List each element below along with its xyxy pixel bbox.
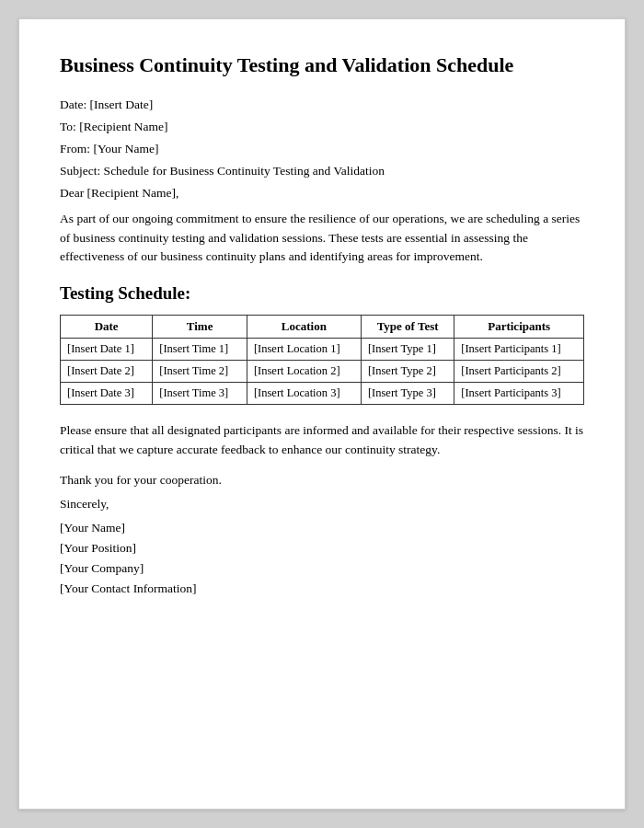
schedule-table: Date Time Location Type of Test Particip…	[60, 315, 584, 405]
to-line: To: [Recipient Name]	[60, 120, 584, 134]
cell-r0-c4: [Insert Participants 1]	[454, 339, 584, 361]
cell-r1-c2: [Insert Location 2]	[247, 361, 361, 383]
sig-contact: [Your Contact Information]	[60, 581, 584, 596]
cell-r0-c3: [Insert Type 1]	[361, 339, 454, 361]
table-header-row: Date Time Location Type of Test Particip…	[61, 316, 584, 339]
cell-r1-c0: [Insert Date 2]	[61, 361, 153, 383]
document-page: Business Continuity Testing and Validati…	[18, 18, 626, 810]
col-header-participants: Participants	[454, 316, 584, 339]
date-line: Date: [Insert Date]	[60, 98, 584, 112]
cell-r1-c1: [Insert Time 2]	[153, 361, 247, 383]
cell-r2-c0: [Insert Date 3]	[61, 383, 153, 405]
cell-r0-c2: [Insert Location 1]	[247, 339, 361, 361]
cell-r2-c2: [Insert Location 3]	[247, 383, 361, 405]
col-header-type: Type of Test	[361, 316, 454, 339]
cell-r1-c4: [Insert Participants 2]	[454, 361, 584, 383]
from-line: From: [Your Name]	[60, 142, 584, 156]
col-header-time: Time	[153, 316, 247, 339]
thank-you: Thank you for your cooperation.	[60, 473, 584, 488]
cell-r0-c1: [Insert Time 1]	[153, 339, 247, 361]
section-title: Testing Schedule:	[60, 283, 584, 304]
body-paragraph: As part of our ongoing commitment to ens…	[60, 210, 584, 268]
cell-r2-c1: [Insert Time 3]	[153, 383, 247, 405]
table-row: [Insert Date 2][Insert Time 2][Insert Lo…	[61, 361, 584, 383]
table-row: [Insert Date 3][Insert Time 3][Insert Lo…	[61, 383, 584, 405]
cell-r0-c0: [Insert Date 1]	[61, 339, 153, 361]
closing-paragraph: Please ensure that all designated partic…	[60, 421, 584, 460]
cell-r2-c3: [Insert Type 3]	[361, 383, 454, 405]
cell-r1-c3: [Insert Type 2]	[361, 361, 454, 383]
col-header-location: Location	[247, 316, 361, 339]
subject-line: Subject: Schedule for Business Continuit…	[60, 164, 584, 178]
sig-name: [Your Name]	[60, 521, 584, 535]
col-header-date: Date	[61, 316, 153, 339]
sincerely: Sincerely,	[60, 497, 584, 512]
sig-position: [Your Position]	[60, 541, 584, 556]
salutation: Dear [Recipient Name],	[60, 186, 584, 201]
table-row: [Insert Date 1][Insert Time 1][Insert Lo…	[61, 339, 584, 361]
document-title: Business Continuity Testing and Validati…	[60, 52, 584, 79]
sig-company: [Your Company]	[60, 561, 584, 576]
cell-r2-c4: [Insert Participants 3]	[454, 383, 584, 405]
